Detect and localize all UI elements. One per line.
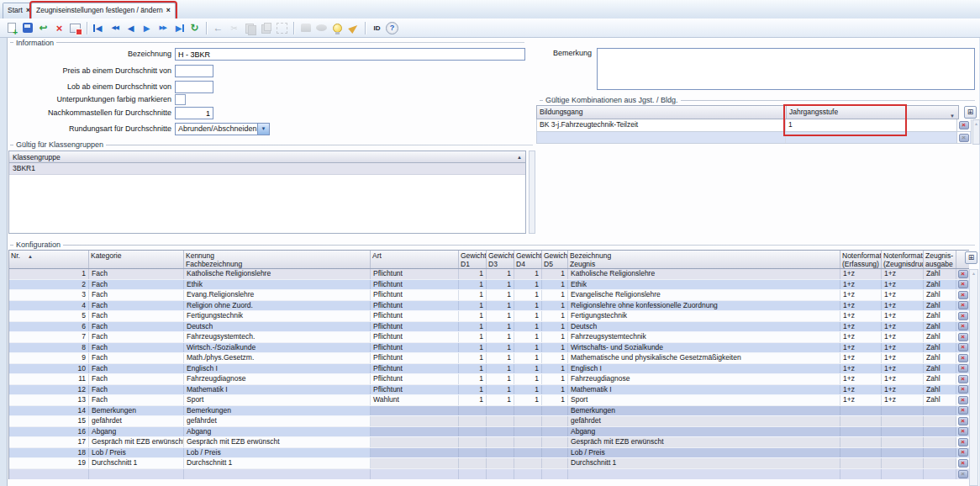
- konfig-table-settings-button[interactable]: ⊞: [965, 251, 977, 264]
- clean-icon[interactable]: [346, 21, 361, 35]
- bildungsgang-cell[interactable]: BK 3-j.Fahrzeugtechnik-Teilzeit: [537, 119, 786, 131]
- chevron-down-icon[interactable]: ▼: [257, 124, 269, 135]
- konfig-col-header[interactable]: GewichtD5: [542, 251, 568, 268]
- konfig-col-header[interactable]: Kategorie: [89, 251, 184, 268]
- delete-row-button[interactable]: ×: [958, 301, 968, 309]
- delete-row-button[interactable]: ×: [958, 270, 968, 278]
- tab-zeugniseinstellungen[interactable]: Zeugniseinstellungen festlegen / ändern×: [31, 3, 176, 18]
- select-region-icon[interactable]: [275, 21, 289, 35]
- bildungsgang-column-header[interactable]: Bildungsgang: [537, 106, 787, 119]
- kombinationen-table-settings-button[interactable]: ⊞: [964, 106, 977, 119]
- previous-record-icon[interactable]: ◀: [124, 21, 138, 35]
- jahrgangsstufe-cell[interactable]: 1: [786, 119, 957, 131]
- table-row[interactable]: 17Gespräch mit EZB erwünschtGespräch mit…: [9, 437, 969, 448]
- table-row[interactable]: 5FachFertigungstechnikPflichtunt1111Fert…: [9, 311, 969, 322]
- konfig-col-header[interactable]: GewichtD3: [487, 251, 514, 268]
- table-row[interactable]: 11FachFahrzeugdiagnosePflichtunt1111Fahr…: [9, 374, 969, 385]
- table-row[interactable]: 2FachEthikPflichtunt1111Ethik1+z1+zZahl×: [9, 280, 969, 291]
- record-id-icon[interactable]: ID: [370, 21, 384, 35]
- bildungsgang-cell[interactable]: [537, 132, 786, 143]
- lob-field[interactable]: [175, 81, 213, 93]
- table-row[interactable]: 14BemerkungenBemerkungenBemerkungen×: [9, 406, 969, 417]
- delete-row-button[interactable]: ×: [958, 406, 968, 415]
- delete-record-icon[interactable]: ×: [52, 21, 66, 35]
- table-row[interactable]: 1FachKatholische ReligionslehrePflichtun…: [9, 269, 969, 280]
- kombinationen-scrollbar[interactable]: ▲: [972, 119, 980, 145]
- nachkomma-field[interactable]: [175, 107, 213, 119]
- unterpunktungen-checkbox[interactable]: [175, 94, 186, 105]
- klassengruppen-scrollbar[interactable]: [529, 151, 535, 234]
- delete-row-button[interactable]: ×: [958, 312, 968, 320]
- kombination-row[interactable]: BK 3-j.Fahrzeugtechnik-Teilzeit1×: [536, 119, 972, 132]
- delete-row-button[interactable]: ×: [958, 448, 968, 457]
- bemerkung-field[interactable]: [597, 48, 975, 90]
- table-row[interactable]: 10FachEnglisch IPflichtunt1111Englisch I…: [9, 364, 969, 375]
- table-row[interactable]: 4FachReligion ohne Zuord.Pflichtunt1111R…: [9, 301, 969, 312]
- table-row[interactable]: 15gefährdetgefährdetgefährdet×: [9, 416, 969, 427]
- previous-fast-icon[interactable]: ◀◀: [108, 21, 122, 35]
- delete-row-button[interactable]: ×: [958, 343, 968, 351]
- delete-row-button[interactable]: ×: [958, 385, 968, 394]
- delete-row-button[interactable]: ×: [958, 438, 968, 446]
- delete-row-button[interactable]: ×: [958, 364, 968, 372]
- konfig-col-header[interactable]: Notenformat(Zeugnisdruck): [882, 251, 924, 268]
- delete-row-button[interactable]: ×: [959, 134, 969, 142]
- scroll-up-icon[interactable]: ▲: [973, 120, 979, 128]
- refresh-icon[interactable]: ↻: [187, 21, 202, 35]
- delete-row-button[interactable]: ×: [958, 354, 968, 362]
- navigate-back-icon[interactable]: ←: [211, 21, 225, 35]
- cut-icon[interactable]: ✂: [227, 21, 241, 35]
- delete-row-button[interactable]: ×: [958, 375, 968, 383]
- delete-row-button[interactable]: ×: [958, 417, 968, 425]
- close-icon[interactable]: ×: [166, 6, 171, 14]
- kombination-row[interactable]: ×: [536, 132, 972, 144]
- table-row[interactable]: 3FachEvang.ReligionslehrePflichtunt1111E…: [9, 290, 969, 301]
- next-record-icon[interactable]: ▶: [140, 21, 154, 35]
- jahrgangsstufe-cell[interactable]: [786, 132, 957, 143]
- table-row[interactable]: 7FachFahrzeugsystemtech.Pflichtunt1111Fa…: [9, 332, 969, 343]
- konfig-col-header[interactable]: GewichtD4: [514, 251, 542, 268]
- paste-icon[interactable]: [259, 21, 273, 35]
- copy-icon[interactable]: [243, 21, 257, 35]
- stamp-icon[interactable]: [314, 21, 329, 35]
- form-view-icon[interactable]: [68, 21, 82, 35]
- help-icon[interactable]: ?: [386, 22, 398, 34]
- chevron-down-icon[interactable]: ▼: [950, 110, 955, 123]
- konfig-col-header[interactable]: GewichtD1: [459, 251, 487, 268]
- table-row[interactable]: 12FachMathematik IPflichtunt1111Mathemat…: [9, 385, 969, 396]
- bezeichnung-field[interactable]: [175, 48, 525, 61]
- konfig-col-header[interactable]: BezeichnungZeugnis: [568, 251, 840, 268]
- konfig-col-header[interactable]: Notenformat(Erfassung): [840, 251, 882, 268]
- table-row[interactable]: 16AbgangAbgangAbgang×: [9, 427, 969, 438]
- delete-row-button[interactable]: ×: [958, 280, 968, 288]
- table-row[interactable]: 8FachWirtsch.-/SozialkundePflichtunt1111…: [9, 343, 969, 354]
- delete-row-button[interactable]: ×: [958, 322, 968, 330]
- first-record-icon[interactable]: ◀: [92, 21, 106, 35]
- klassengruppe-row[interactable]: 3BKR1: [9, 163, 525, 175]
- preis-field[interactable]: [175, 65, 213, 77]
- delete-row-button[interactable]: ×: [958, 427, 968, 436]
- konfig-col-header[interactable]: Nr.▲: [9, 251, 89, 268]
- klassengruppe-column-header[interactable]: Klassengruppe▲: [9, 151, 525, 163]
- delete-row-button[interactable]: ×: [958, 470, 968, 478]
- delete-row-button[interactable]: ×: [959, 121, 969, 129]
- delete-row-button[interactable]: ×: [958, 333, 968, 341]
- scroll-up-icon[interactable]: ▲: [970, 270, 977, 277]
- rundungsart-select[interactable]: Abrunden/Abschneiden▼: [175, 123, 270, 135]
- table-row[interactable]: 6FachDeutschPflichtunt1111Deutsch1+z1+zZ…: [9, 322, 969, 333]
- close-icon[interactable]: ×: [26, 6, 30, 14]
- jahrgangsstufe-column-header[interactable]: Jahrgangsstufe▼: [787, 106, 958, 119]
- table-row[interactable]: 13FachSportWahlunt1111Sport1+z1+zZahl×: [9, 395, 969, 406]
- konfig-col-header[interactable]: Zeugnis-ausgabe: [924, 251, 956, 268]
- table-row[interactable]: 9FachMath./phys.Gesetzm.Pflichtunt1111Ma…: [9, 353, 969, 364]
- new-record-icon[interactable]: [4, 21, 18, 35]
- hint-icon[interactable]: [330, 21, 345, 35]
- last-record-icon[interactable]: ▶: [171, 21, 186, 35]
- print-icon[interactable]: [298, 21, 313, 35]
- table-row[interactable]: ×: [9, 469, 969, 480]
- next-fast-icon[interactable]: ▶▶: [155, 21, 170, 35]
- table-row[interactable]: 18Lob / PreisLob / PreisLob / Preis×: [9, 448, 969, 459]
- delete-row-button[interactable]: ×: [958, 396, 968, 404]
- delete-row-button[interactable]: ×: [958, 291, 968, 299]
- konfig-scrollbar[interactable]: ▲: [969, 269, 978, 486]
